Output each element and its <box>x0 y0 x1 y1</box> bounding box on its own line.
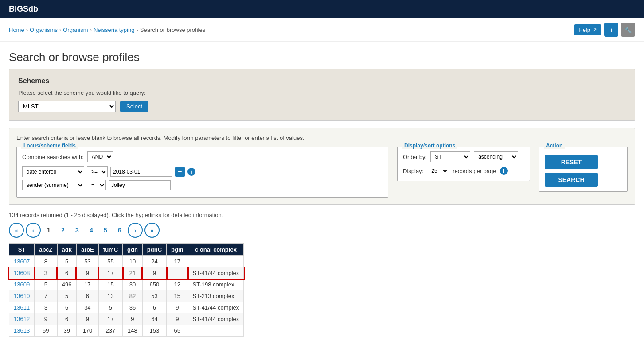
abcZ-cell: 7 <box>35 290 57 302</box>
aroE-cell: 170 <box>76 325 98 337</box>
aroE-cell: 9 <box>76 313 98 325</box>
pdhC-cell: 24 <box>142 256 166 267</box>
st-link[interactable]: 13607 <box>14 258 30 265</box>
col-arое: aroE <box>76 244 98 256</box>
results-summary: 134 records returned (1 - 25 displayed).… <box>9 212 635 218</box>
pgm-cell: 9 <box>167 313 188 325</box>
add-filter-button[interactable]: + <box>175 167 185 177</box>
pgm-cell: 9 <box>167 302 188 313</box>
display-sort-box: Display/sort options Order by: ST abcZ a… <box>397 147 530 181</box>
breadcrumb-organisms[interactable]: Organisms <box>30 27 58 33</box>
clonal-cell: ST-41/44 complex <box>188 302 244 313</box>
st-link[interactable]: 13613 <box>14 327 30 334</box>
combine-row: Combine searches with: AND OR <box>22 151 382 162</box>
col-clonal: clonal complex <box>188 244 244 256</box>
operator-select-1[interactable]: >= = != > < <box>87 166 108 177</box>
page-4[interactable]: 4 <box>85 224 98 236</box>
display-sort-title: Display/sort options <box>402 143 457 149</box>
aroE-cell: 6 <box>76 290 98 302</box>
col-pdhc: pdhC <box>142 244 166 256</box>
aroE-cell: 53 <box>76 256 98 267</box>
st-link[interactable]: 13610 <box>14 293 30 299</box>
app-title: BIGSdb <box>9 4 38 13</box>
page-3[interactable]: 3 <box>71 224 83 236</box>
search-hint: Enter search criteria or leave blank to … <box>16 135 628 141</box>
st-cell: 13609 <box>9 279 35 290</box>
results-area: 134 records returned (1 - 25 displayed).… <box>0 212 644 337</box>
display-count-select[interactable]: 10 25 50 100 <box>427 166 449 176</box>
clonal-cell: ST-213 complex <box>188 290 244 302</box>
pgm-cell: 12 <box>167 279 188 290</box>
first-page-button[interactable]: « <box>9 223 24 238</box>
gdh-cell: 30 <box>123 279 143 290</box>
page-6[interactable]: 6 <box>113 224 126 236</box>
page-1[interactable]: 1 <box>43 224 55 236</box>
clonal-cell: ST-41/44 complex <box>188 267 244 279</box>
st-link[interactable]: 13612 <box>14 316 30 322</box>
breadcrumb-organism[interactable]: Organism <box>63 27 88 33</box>
table-row: 13607855355102417 <box>9 256 244 267</box>
search-panel: Enter search criteria or leave blank to … <box>9 128 635 205</box>
filter-info-icon: i <box>187 168 195 176</box>
help-button[interactable]: Help ↗ <box>574 24 601 35</box>
col-gdh: gdh <box>123 244 143 256</box>
st-cell: 13608 <box>9 267 35 279</box>
value-input-2[interactable]: Jolley <box>109 180 171 190</box>
table-header-row: ST abcZ adk aroE fumC gdh pdhC pgm clona… <box>9 244 244 256</box>
breadcrumb-sep-2: › <box>59 27 61 33</box>
info-button[interactable]: i <box>604 23 618 37</box>
breadcrumb-current: Search or browse profiles <box>140 27 205 33</box>
order-direction-select[interactable]: ascending descending <box>474 151 518 162</box>
page-5[interactable]: 5 <box>99 224 112 236</box>
wrench-icon: 🔧 <box>624 27 632 33</box>
st-link[interactable]: 13608 <box>14 270 30 276</box>
settings-button[interactable]: 🔧 <box>621 23 635 37</box>
select-button[interactable]: Select <box>120 101 148 112</box>
last-page-button[interactable]: » <box>144 223 160 238</box>
table-row: 1361075613825315ST-213 complex <box>9 290 244 302</box>
schemes-heading: Schemes <box>18 77 626 85</box>
st-link[interactable]: 13609 <box>14 281 30 288</box>
breadcrumb-sep-1: › <box>26 27 28 33</box>
abcZ-cell: 3 <box>35 302 57 313</box>
gdh-cell: 9 <box>123 313 143 325</box>
clonal-cell <box>188 256 244 267</box>
breadcrumb-neisseria[interactable]: Neisseria typing <box>94 27 135 33</box>
gdh-cell: 10 <box>123 256 143 267</box>
action-box: Action RESET SEARCH <box>539 147 628 192</box>
scheme-selector-row: MLST Select <box>18 101 626 112</box>
adk-cell: 39 <box>57 325 76 337</box>
search-button[interactable]: SEARCH <box>545 173 598 187</box>
st-cell: 13612 <box>9 313 35 325</box>
scheme-select[interactable]: MLST <box>18 101 116 112</box>
field-select-2[interactable]: sender (surname) date entered ST <box>22 180 84 190</box>
combine-label: Combine searches with: <box>22 154 84 160</box>
st-link[interactable]: 13611 <box>14 304 30 311</box>
filter-row-1: date entered sender (surname) ST >= = !=… <box>22 166 382 177</box>
fumC-cell: 15 <box>98 279 122 290</box>
pdhC-cell: 6 <box>142 302 166 313</box>
operator-select-2[interactable]: = != > <box>87 180 106 190</box>
next-page-button[interactable]: › <box>128 223 143 238</box>
table-row: 13613593917023714815365 <box>9 325 244 337</box>
order-by-select[interactable]: ST abcZ <box>430 151 470 162</box>
table-row: 13612969179649ST-41/44 complex <box>9 313 244 325</box>
abcZ-cell: 8 <box>35 256 57 267</box>
display-row: Display: 10 25 50 100 records per page i <box>403 166 524 176</box>
value-input-1[interactable]: 2018-03-01 <box>110 167 172 177</box>
breadcrumb-home[interactable]: Home <box>9 27 24 33</box>
pgm-cell: 17 <box>167 256 188 267</box>
external-link-icon: ↗ <box>592 27 597 33</box>
page-2[interactable]: 2 <box>57 224 69 236</box>
field-select-1[interactable]: date entered sender (surname) ST <box>22 166 84 177</box>
breadcrumb: Home › Organisms › Organism › Neisseria … <box>9 27 205 33</box>
fumC-cell: 13 <box>98 290 122 302</box>
combine-select[interactable]: AND OR <box>87 151 113 162</box>
reset-button[interactable]: RESET <box>545 155 598 169</box>
order-by-label: Order by: <box>403 154 427 160</box>
display-label: Display: <box>403 168 423 174</box>
pagination: « ‹ 1 2 3 4 5 6 › » <box>9 223 635 238</box>
col-pgm: pgm <box>167 244 188 256</box>
clonal-cell: ST-198 complex <box>188 279 244 290</box>
prev-page-button[interactable]: ‹ <box>26 223 41 238</box>
